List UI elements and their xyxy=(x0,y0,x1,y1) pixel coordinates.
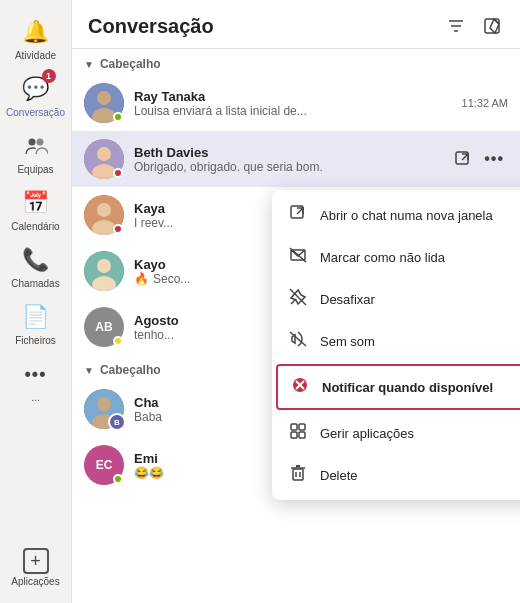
conv-actions-beth: ••• xyxy=(450,148,508,170)
open-window-icon xyxy=(454,150,472,168)
conv-name-beth: Beth Davies xyxy=(134,145,450,160)
teams-icon xyxy=(20,130,52,162)
sidebar-item-ficheiros[interactable]: 📄 Ficheiros xyxy=(0,293,71,350)
unread-badge: 1 xyxy=(42,69,56,83)
avatar-wrap-cha: B xyxy=(84,389,124,429)
avatar-wrap-kaya xyxy=(84,195,124,235)
header-actions xyxy=(444,14,504,38)
sidebar-item-equipas[interactable]: Equipas xyxy=(0,122,71,179)
menu-item-open-new-window[interactable]: Abrir o chat numa nova janela xyxy=(272,194,520,236)
section-arrow-2: ▼ xyxy=(84,365,94,376)
sidebar-label-mais: ... xyxy=(31,392,39,403)
avatar-wrap-kayo xyxy=(84,251,124,291)
compose-button[interactable] xyxy=(480,14,504,38)
sidebar-label-conversacao: Conversação xyxy=(6,107,65,118)
sidebar-item-conversacao[interactable]: 💬 1 Conversação xyxy=(0,65,71,122)
menu-label-open-new-window: Abrir o chat numa nova janela xyxy=(320,208,493,223)
sidebar: 🔔 Atividade 💬 1 Conversação Equipas 📅 Ca… xyxy=(0,0,72,603)
conv-meta-ray: 11:32 AM xyxy=(462,97,508,109)
context-menu: Abrir o chat numa nova janela Marcar com… xyxy=(272,190,520,500)
sidebar-item-atividade[interactable]: 🔔 Atividade xyxy=(0,8,71,65)
status-kaya xyxy=(113,224,123,234)
avatar-wrap-ray xyxy=(84,83,124,123)
menu-item-mark-unread[interactable]: Marcar como não lida xyxy=(272,236,520,278)
bell-icon: 🔔 xyxy=(20,16,52,48)
menu-item-delete[interactable]: Delete xyxy=(272,454,520,496)
svg-point-0 xyxy=(28,139,35,146)
conv-time-ray: 11:32 AM xyxy=(462,97,508,109)
menu-item-manage-apps[interactable]: Gerir aplicações xyxy=(272,412,520,454)
sidebar-label-aplicacoes: Aplicações xyxy=(11,576,59,587)
sidebar-item-mais[interactable]: ••• ... xyxy=(0,350,71,407)
avatar-wrap-agosto: AB xyxy=(84,307,124,347)
svg-point-14 xyxy=(97,203,111,217)
conv-preview-beth: Obrigado, obrigado. que seria bom. xyxy=(134,160,450,174)
menu-label-mute: Sem som xyxy=(320,334,375,349)
sidebar-label-equipas: Equipas xyxy=(17,164,53,175)
sidebar-item-chamadas[interactable]: 📞 Chamadas xyxy=(0,236,71,293)
page-title: Conversação xyxy=(88,15,214,38)
main-panel: Conversação ▼ Cabeçalho xyxy=(72,0,520,603)
menu-label-manage-apps: Gerir aplicações xyxy=(320,426,414,441)
conv-info-ray: Ray Tanaka Louisa enviará a lista inicia… xyxy=(134,89,454,118)
fire-icon: 🔥 xyxy=(134,272,149,286)
sidebar-label-calendario: Calendário xyxy=(11,221,59,232)
avatar-wrap-emi: EC xyxy=(84,445,124,485)
svg-point-17 xyxy=(97,259,111,273)
photo-kayo xyxy=(84,251,124,291)
filter-icon xyxy=(446,16,466,36)
sidebar-bottom: + Aplicações xyxy=(0,540,71,603)
open-window-menu-icon xyxy=(288,204,308,226)
notify-icon xyxy=(290,376,310,398)
sidebar-label-atividade: Atividade xyxy=(15,50,56,61)
status-agosto xyxy=(113,336,123,346)
more-icon: ••• xyxy=(20,358,52,390)
main-header: Conversação xyxy=(72,0,520,49)
chat-icon: 💬 1 xyxy=(20,73,52,105)
svg-rect-35 xyxy=(293,469,303,480)
calendar-icon: 📅 xyxy=(20,187,52,219)
sidebar-item-aplicacoes[interactable]: + Aplicações xyxy=(0,540,71,591)
menu-item-unpin[interactable]: Desafixar xyxy=(272,278,520,320)
mute-icon xyxy=(288,330,308,352)
sidebar-item-calendario[interactable]: 📅 Calendário xyxy=(0,179,71,236)
filter-button[interactable] xyxy=(444,14,468,38)
avatar-wrap-beth xyxy=(84,139,124,179)
phone-icon: 📞 xyxy=(20,244,52,276)
svg-point-20 xyxy=(97,397,111,411)
open-window-btn[interactable] xyxy=(450,148,476,170)
section-label-1: Cabeçalho xyxy=(100,57,161,71)
status-emi xyxy=(113,474,123,484)
menu-item-mute[interactable]: Sem som xyxy=(272,320,520,362)
conv-name-ray: Ray Tanaka xyxy=(134,89,454,104)
avatar-kayo xyxy=(84,251,124,291)
svg-point-10 xyxy=(97,147,111,161)
files-icon: 📄 xyxy=(20,301,52,333)
svg-point-7 xyxy=(97,91,111,105)
svg-rect-31 xyxy=(291,424,297,430)
section-label-2: Cabeçalho xyxy=(100,363,161,377)
svg-point-1 xyxy=(36,139,43,146)
manage-apps-icon xyxy=(288,422,308,444)
menu-label-mark-unread: Marcar como não lida xyxy=(320,250,445,265)
section-header-1: ▼ Cabeçalho xyxy=(72,49,520,75)
conv-preview-ray: Louisa enviará a lista inicial de... xyxy=(134,104,454,118)
conv-item-beth-davies[interactable]: Beth Davies Obrigado, obrigado. que seri… xyxy=(72,131,520,187)
compose-icon xyxy=(482,16,502,36)
delete-icon xyxy=(288,464,308,486)
status-ray xyxy=(113,112,123,122)
ellipsis-icon: ••• xyxy=(484,150,504,168)
status-beth xyxy=(113,168,123,178)
sidebar-label-chamadas: Chamadas xyxy=(11,278,59,289)
sidebar-label-ficheiros: Ficheiros xyxy=(15,335,56,346)
menu-label-notify-available: Notificar quando disponível xyxy=(322,380,493,395)
menu-label-unpin: Desafixar xyxy=(320,292,375,307)
group-badge-cha: B xyxy=(108,413,126,431)
group-initial-cha: B xyxy=(114,418,120,427)
more-options-btn[interactable]: ••• xyxy=(480,148,508,170)
mark-unread-icon xyxy=(288,246,308,268)
unpin-icon xyxy=(288,288,308,310)
menu-item-notify-available[interactable]: Notificar quando disponível xyxy=(276,364,520,410)
conv-item-ray-tanaka[interactable]: Ray Tanaka Louisa enviará a lista inicia… xyxy=(72,75,520,131)
menu-label-delete: Delete xyxy=(320,468,358,483)
